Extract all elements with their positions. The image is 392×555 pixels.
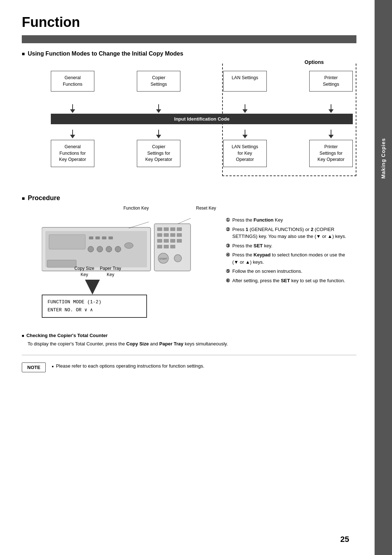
note-text: Please refer to each options operating i… (52, 362, 204, 370)
svg-rect-27 (164, 245, 169, 248)
svg-rect-3 (89, 236, 93, 239)
svg-rect-17 (177, 227, 182, 231)
svg-rect-20 (170, 233, 175, 237)
step-2: ②Press 1 (GENERAL FUNCTIONS) or 2 (COPIE… (226, 226, 349, 240)
section1-heading: Using Function Modes to Change the Initi… (22, 50, 356, 57)
note-section: NOTE Please refer to each options operat… (22, 362, 356, 372)
svg-rect-4 (95, 236, 100, 239)
func-box-copier-key: CopierSettings forKey Operator (137, 140, 180, 167)
top-arrows (51, 104, 353, 113)
function-key-label: Function Key (123, 206, 149, 211)
func-box-copier: CopierSettings (137, 71, 180, 92)
step-5: ⑤Follow the on screen instructions. (226, 268, 349, 275)
screen-display: FUNCTION MODE (1-2) ENTER NO. OR ∨ ∧ (42, 295, 147, 318)
svg-rect-22 (157, 239, 162, 243)
procedure-heading: Procedure (22, 194, 356, 202)
func-box-general-key: GeneralFunctions forKey Operator (51, 140, 94, 167)
svg-rect-21 (177, 233, 182, 237)
svg-point-7 (88, 246, 94, 252)
svg-point-31 (174, 255, 181, 262)
svg-rect-14 (157, 227, 162, 231)
counter-heading: Checking the Copier's Total Counter (22, 333, 356, 338)
svg-rect-28 (170, 245, 175, 248)
svg-rect-2 (49, 235, 85, 249)
svg-rect-12 (47, 260, 76, 267)
steps-list: ①Press the Function Key ②Press 1 (GENERA… (226, 216, 349, 286)
note-box: NOTE (22, 362, 46, 372)
main-content: Function Using Function Modes to Change … (0, 0, 375, 555)
svg-rect-26 (157, 245, 162, 248)
svg-rect-5 (102, 236, 106, 239)
svg-point-8 (97, 246, 103, 252)
step-6: ⑥After setting, press the SET key to set… (226, 277, 349, 284)
svg-rect-23 (164, 239, 169, 243)
svg-point-11 (124, 243, 133, 248)
svg-point-9 (106, 246, 112, 252)
svg-text:START: START (159, 258, 168, 260)
counter-text: To display the copier's Total Counter, p… (28, 340, 356, 348)
right-tab: Making Copies (375, 0, 392, 555)
page-container: Function Using Function Modes to Change … (0, 0, 392, 555)
top-row-boxes: GeneralFunctions CopierSettings LAN Sett… (51, 71, 353, 92)
svg-rect-16 (170, 227, 175, 231)
func-box-printer-key: PrinterSettings forKey Operator (309, 140, 353, 167)
divider (22, 355, 356, 355)
id-code-bar: Input Identification Code (51, 114, 353, 124)
func-box-lan-key: LAN Settingsfor KeyOperator (223, 140, 267, 167)
func-box-printer: PrinterSettings (309, 71, 353, 92)
svg-rect-19 (164, 233, 169, 237)
svg-rect-24 (170, 239, 175, 243)
page-number: 25 (340, 535, 349, 544)
svg-point-10 (115, 246, 121, 252)
counter-section: Checking the Copier's Total Counter To d… (22, 333, 356, 348)
step-4: ④Press the Keypad to select function mod… (226, 251, 349, 266)
bottom-row-boxes: GeneralFunctions forKey Operator CopierS… (51, 140, 353, 167)
svg-rect-18 (157, 233, 162, 237)
svg-rect-6 (109, 236, 113, 239)
svg-line-33 (178, 218, 191, 224)
bottom-arrows (51, 130, 353, 138)
func-box-general: GeneralFunctions (51, 71, 94, 92)
reset-key-label: Reset Key (196, 206, 216, 211)
diagram-container: Options GeneralFunctions CopierSettings … (22, 64, 356, 187)
right-tab-label: Making Copies (380, 138, 386, 179)
options-label: Options (302, 59, 327, 65)
page-title: Function (22, 15, 356, 32)
copier-area: Function Key Reset Key (22, 206, 356, 322)
svg-rect-15 (164, 227, 169, 231)
step-3: ③Press the SET key. (226, 242, 349, 250)
step-1: ①Press the Function Key (226, 216, 349, 224)
dark-bar (22, 35, 356, 43)
bullet-icon (52, 362, 54, 370)
func-box-lan: LAN Settings (223, 71, 267, 92)
svg-rect-25 (177, 239, 182, 243)
procedure-section: Procedure Function Key Reset Key (22, 194, 356, 322)
